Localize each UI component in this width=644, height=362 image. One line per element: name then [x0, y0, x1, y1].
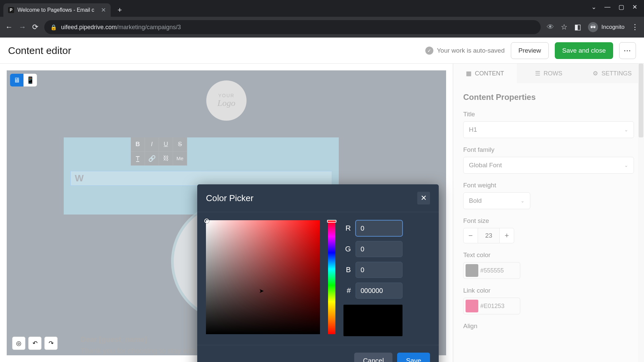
new-tab-button[interactable]: +: [114, 4, 125, 16]
saturation-area[interactable]: ➤: [206, 220, 320, 334]
address-bar: ← → ⟳ 🔒 uifeed.pipedrive.com/marketing/c…: [0, 17, 644, 38]
g-label: G: [343, 245, 351, 253]
reload-icon[interactable]: ⟳: [32, 23, 38, 32]
tab-strip: P Welcome to Pageflows - Email c ✕ + ⌄ —…: [0, 0, 644, 17]
eye-off-icon[interactable]: 👁: [547, 23, 554, 32]
save-close-button[interactable]: Save and close: [555, 42, 613, 59]
close-picker-button[interactable]: ✕: [417, 192, 430, 204]
url-path: /marketing/campaigns/3: [117, 24, 181, 31]
color-preview-swatch: [343, 305, 402, 336]
browser-tab[interactable]: P Welcome to Pageflows - Email c ✕: [3, 3, 111, 17]
extensions-icon[interactable]: ◧: [574, 23, 581, 32]
incognito-badge[interactable]: 🕶 Incognito: [588, 22, 625, 32]
preview-button[interactable]: Preview: [511, 42, 549, 59]
picker-header: Color Picker ✕: [197, 184, 439, 212]
device-toggle: 🖥 📱: [10, 74, 37, 86]
incognito-label: Incognito: [601, 24, 625, 31]
picker-inputs: R G B #: [343, 220, 402, 336]
chevron-down-icon[interactable]: ⌄: [591, 3, 596, 11]
autosave-status: ✓ Your work is auto-saved: [425, 47, 504, 55]
g-input[interactable]: [356, 241, 402, 257]
color-picker-dialog: Color Picker ✕ ➤ R G B: [197, 184, 439, 362]
favicon: P: [8, 7, 14, 13]
forward-icon[interactable]: →: [19, 23, 26, 32]
history-controls: ◎ ↶ ↷: [12, 337, 58, 350]
hex-label: #: [343, 286, 351, 295]
picker-body: ➤ R G B #: [197, 212, 439, 345]
hue-marker[interactable]: [327, 220, 336, 223]
redo-button[interactable]: ↷: [44, 337, 58, 350]
mobile-view-button[interactable]: 📱: [23, 74, 37, 86]
hue-slider[interactable]: [328, 220, 335, 334]
r-label: R: [343, 224, 351, 233]
back-icon[interactable]: ←: [5, 23, 13, 32]
r-input[interactable]: [356, 220, 402, 236]
page-title: Content editor: [8, 45, 71, 56]
close-window-icon[interactable]: ✕: [632, 3, 637, 11]
hex-input[interactable]: [356, 283, 402, 299]
minimize-icon[interactable]: —: [604, 3, 610, 11]
picker-title: Color Picker: [206, 193, 254, 203]
browser-right-icons: 👁 ☆ ◧ 🕶 Incognito ⋮: [547, 22, 639, 32]
app-header: Content editor ✓ Your work is auto-saved…: [0, 38, 644, 64]
properties-panel: ▦ CONTENT ☰ ROWS ⚙ SETTINGS Content Prop…: [453, 64, 644, 362]
star-icon[interactable]: ☆: [561, 23, 568, 32]
autosave-text: Your work is auto-saved: [437, 47, 504, 54]
incognito-icon: 🕶: [588, 22, 598, 32]
url-domain: uifeed.pipedrive.com: [61, 24, 117, 31]
window-controls: ⌄ — ▢ ✕: [585, 0, 644, 14]
browser-chrome: P Welcome to Pageflows - Email c ✕ + ⌄ —…: [0, 0, 644, 38]
saturation-cursor[interactable]: [204, 219, 209, 223]
b-label: B: [343, 265, 351, 274]
mouse-cursor-icon: ➤: [259, 287, 264, 295]
main: 🖥 📱 YOUR Logo B I U S T̲: [0, 64, 644, 362]
picker-footer: Cancel Save: [197, 345, 439, 362]
picker-save-button[interactable]: Save: [397, 353, 430, 362]
picker-cancel-button[interactable]: Cancel: [354, 353, 392, 362]
check-icon: ✓: [425, 47, 433, 55]
more-button[interactable]: ⋯: [619, 42, 636, 59]
focus-button[interactable]: ◎: [12, 337, 25, 350]
url-input[interactable]: 🔒 uifeed.pipedrive.com/marketing/campaig…: [44, 20, 541, 34]
undo-button[interactable]: ↶: [28, 337, 42, 350]
tab-title: Welcome to Pageflows - Email c: [17, 7, 94, 13]
lock-icon: 🔒: [50, 24, 57, 31]
panel-dim-overlay: [453, 64, 644, 362]
close-tab-icon[interactable]: ✕: [101, 6, 106, 14]
b-input[interactable]: [356, 262, 402, 278]
kebab-icon[interactable]: ⋮: [631, 23, 639, 32]
desktop-view-button[interactable]: 🖥: [10, 74, 23, 86]
maximize-icon[interactable]: ▢: [619, 3, 624, 11]
